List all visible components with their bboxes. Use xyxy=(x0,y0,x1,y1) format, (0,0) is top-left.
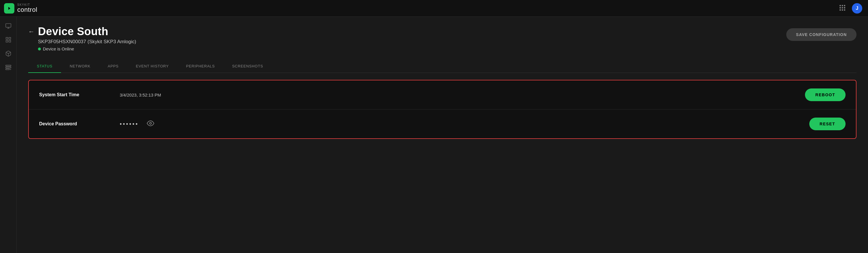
svg-rect-4 xyxy=(842,7,843,8)
svg-rect-15 xyxy=(9,40,10,42)
svg-rect-2 xyxy=(844,5,845,6)
system-start-time-value: 3/4/2023, 3:52:13 PM xyxy=(120,92,805,97)
svg-rect-14 xyxy=(6,40,7,42)
system-start-time-label: System Start Time xyxy=(39,92,120,97)
device-subtitle: SKP3F05HSXN00037 (Skykit SKP3 Amlogic) xyxy=(38,39,136,45)
user-avatar[interactable]: J xyxy=(852,3,862,13)
svg-rect-13 xyxy=(9,37,10,39)
svg-rect-8 xyxy=(844,9,845,10)
sidebar-item-monitor[interactable] xyxy=(1,20,16,32)
brand-control: control xyxy=(17,6,37,13)
logo: SKYKIT control xyxy=(4,3,37,13)
svg-rect-6 xyxy=(839,9,841,10)
tab-network[interactable]: NETWORK xyxy=(61,60,99,73)
status-online-dot xyxy=(38,48,41,50)
tab-apps[interactable]: APPS xyxy=(99,60,127,73)
svg-point-21 xyxy=(150,122,152,124)
reboot-button[interactable]: REBOOT xyxy=(805,88,845,101)
svg-rect-5 xyxy=(844,7,845,8)
back-row: ← Device South xyxy=(28,25,136,38)
svg-rect-12 xyxy=(6,37,7,39)
sidebar-item-playlist[interactable] xyxy=(1,61,16,74)
system-start-time-row: System Start Time 3/4/2023, 3:52:13 PM R… xyxy=(29,80,856,109)
svg-rect-7 xyxy=(842,9,843,10)
sidebar-nav xyxy=(0,17,17,253)
device-status: Device is Online xyxy=(38,47,136,51)
reboot-action: REBOOT xyxy=(805,88,845,101)
apps-grid-icon[interactable] xyxy=(839,4,846,13)
svg-rect-1 xyxy=(842,5,843,6)
tab-status[interactable]: STATUS xyxy=(28,60,61,73)
svg-rect-18 xyxy=(5,67,11,68)
tabs-bar: STATUS NETWORK APPS EVENT HISTORY PERIPH… xyxy=(28,60,857,73)
reset-action: RESET xyxy=(809,118,845,130)
toggle-password-visibility-icon[interactable] xyxy=(147,119,154,128)
password-dots: •••••• xyxy=(120,121,139,128)
sidebar-item-grid[interactable] xyxy=(1,33,16,46)
svg-rect-19 xyxy=(5,69,9,70)
svg-rect-9 xyxy=(5,24,11,27)
main-content: ← Device South SKP3F05HSXN00037 (Skykit … xyxy=(17,17,868,253)
page-title: Device South xyxy=(38,25,108,38)
topbar-right: J xyxy=(839,3,862,13)
reset-button[interactable]: RESET xyxy=(809,118,845,130)
status-panel: System Start Time 3/4/2023, 3:52:13 PM R… xyxy=(28,80,857,139)
topbar: SKYKIT control J xyxy=(0,0,868,17)
logo-icon xyxy=(4,3,14,13)
svg-rect-3 xyxy=(839,7,841,8)
header-left: ← Device South SKP3F05HSXN00037 (Skykit … xyxy=(28,25,136,51)
device-password-row: Device Password •••••• RESET xyxy=(29,109,856,138)
page-header: ← Device South SKP3F05HSXN00037 (Skykit … xyxy=(28,25,857,51)
logo-text: SKYKIT control xyxy=(17,3,37,13)
password-field-group: •••••• xyxy=(120,119,809,128)
tab-event-history[interactable]: EVENT HISTORY xyxy=(127,60,177,73)
device-password-label: Device Password xyxy=(39,121,120,126)
main-wrapper: ← Device South SKP3F05HSXN00037 (Skykit … xyxy=(0,17,868,253)
status-text: Device is Online xyxy=(43,47,74,51)
svg-rect-17 xyxy=(5,65,11,66)
tab-peripherals[interactable]: PERIPHERALS xyxy=(178,60,224,73)
tab-screenshots[interactable]: SCREENSHOTS xyxy=(223,60,272,73)
back-button[interactable]: ← xyxy=(28,28,34,35)
svg-marker-20 xyxy=(10,69,11,70)
save-configuration-button[interactable]: SAVE CONFIGURATION xyxy=(786,28,857,41)
svg-rect-0 xyxy=(839,5,841,6)
sidebar-item-package[interactable] xyxy=(1,47,16,60)
